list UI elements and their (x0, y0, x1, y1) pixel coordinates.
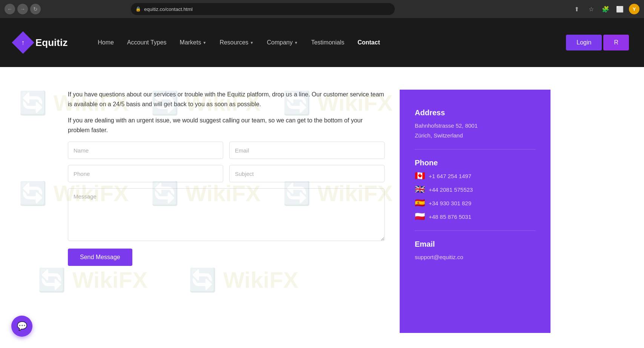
contact-form: Send Message (68, 142, 385, 266)
subject-input[interactable] (229, 165, 385, 182)
canada-flag-icon: 🇨🇦 (415, 171, 425, 181)
email-value: support@equitiz.co (415, 252, 535, 262)
nav-links: Home Account Types Markets ▼ Resources ▼… (98, 39, 380, 46)
back-button[interactable]: ← (5, 4, 15, 14)
nav-contact[interactable]: Contact (357, 39, 380, 46)
send-message-button[interactable]: Send Message (68, 249, 132, 266)
nav-testimonials[interactable]: Testimonials (311, 39, 344, 46)
name-input[interactable] (68, 142, 223, 159)
url-text: equitiz.co/contact.html (144, 6, 193, 12)
nav-home[interactable]: Home (98, 39, 114, 46)
phone-title: Phone (415, 159, 535, 167)
nav-markets[interactable]: Markets ▼ (180, 39, 207, 46)
email-section: Email support@equitiz.co (415, 240, 535, 262)
divider-2 (415, 230, 535, 231)
reload-button[interactable]: ↻ (30, 4, 41, 14)
phone-row-spain: 🇪🇸 +34 930 301 829 (415, 198, 535, 208)
profile-avatar[interactable]: Y (629, 4, 639, 14)
logo-text: Equitiz (35, 37, 67, 49)
navbar: Equitiz Home Account Types Markets ▼ Res… (0, 18, 644, 67)
email-input[interactable] (229, 142, 385, 159)
company-chevron-icon: ▼ (294, 41, 298, 45)
phone-input[interactable] (68, 165, 223, 182)
spain-phone: +34 930 301 829 (429, 200, 471, 206)
intro-paragraph-2: If you are dealing with an urgent issue,… (68, 116, 385, 135)
phone-row-uk: 🇬🇧 +44 2081 575523 (415, 185, 535, 194)
markets-chevron-icon: ▼ (202, 41, 206, 45)
browser-nav-buttons: ← → ↻ (5, 4, 41, 14)
contact-sidebar: Address Bahnhofstrasse 52, 8001Zürich, S… (400, 90, 550, 333)
share-icon[interactable]: ⬆ (572, 4, 582, 14)
uk-flag-icon: 🇬🇧 (415, 185, 425, 194)
uk-phone: +44 2081 575523 (429, 186, 473, 193)
resources-chevron-icon: ▼ (250, 41, 254, 45)
poland-flag-icon: 🇵🇱 (415, 212, 425, 221)
main-content: 🔄 WikiFX 🔄 WikiFX 🔄 WikiFX 🔄 WikiFX 🔄 Wi… (0, 67, 644, 348)
intro-paragraph-1: If you have questions about our services… (68, 90, 385, 109)
message-input[interactable] (68, 188, 385, 241)
form-row-2 (68, 165, 385, 182)
form-row-1 (68, 142, 385, 159)
browser-chrome: ← → ↻ 🔒 equitiz.co/contact.html ⬆ ☆ 🧩 ⬜ … (0, 0, 644, 18)
canada-phone: +1 647 254 1497 (429, 173, 471, 179)
poland-phone: +48 85 876 5031 (429, 214, 471, 220)
phone-section: Phone 🇨🇦 +1 647 254 1497 🇬🇧 +44 2081 575… (415, 159, 535, 221)
address-section: Address Bahnhofstrasse 52, 8001Zürich, S… (415, 108, 535, 140)
register-button[interactable]: R (603, 35, 629, 50)
divider-1 (415, 149, 535, 150)
window-icon[interactable]: ⬜ (615, 4, 625, 14)
nav-company[interactable]: Company ▼ (267, 39, 298, 46)
extensions-icon[interactable]: 🧩 (600, 4, 611, 14)
forward-button[interactable]: → (17, 4, 28, 14)
logo-icon (12, 31, 34, 53)
chat-button[interactable]: 💬 (11, 316, 32, 337)
spain-flag-icon: 🇪🇸 (415, 198, 425, 208)
phone-row-canada: 🇨🇦 +1 647 254 1497 (415, 171, 535, 181)
phone-row-poland: 🇵🇱 +48 85 876 5031 (415, 212, 535, 221)
browser-actions: ⬆ ☆ 🧩 ⬜ Y (572, 4, 639, 14)
address-value: Bahnhofstrasse 52, 8001Zürich, Switzerla… (415, 121, 535, 140)
login-button[interactable]: Login (566, 35, 602, 50)
nav-resources[interactable]: Resources ▼ (219, 39, 253, 46)
address-title: Address (415, 108, 535, 117)
logo[interactable]: Equitiz (15, 35, 67, 50)
address-bar[interactable]: 🔒 equitiz.co/contact.html (131, 3, 395, 15)
content-area: If you have questions about our services… (0, 90, 400, 333)
bookmark-icon[interactable]: ☆ (586, 4, 596, 14)
email-title: Email (415, 240, 535, 249)
nav-account-types[interactable]: Account Types (127, 39, 167, 46)
lock-icon: 🔒 (135, 6, 141, 12)
